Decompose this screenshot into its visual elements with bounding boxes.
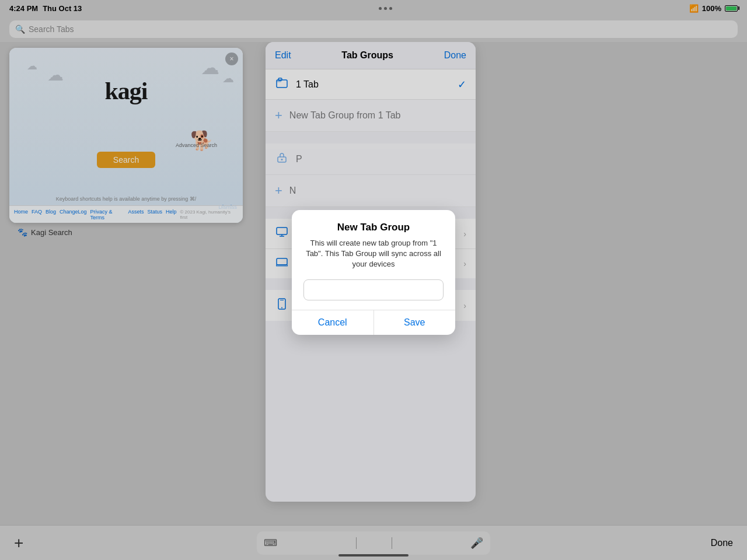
save-button[interactable]: Save (374, 310, 456, 335)
tab-group-name-input[interactable] (303, 279, 444, 300)
new-tab-group-dialog: New Tab Group This will create new tab g… (292, 210, 455, 335)
dialog-body: New Tab Group This will create new tab g… (292, 210, 455, 310)
dialog-actions: Cancel Save (292, 310, 455, 335)
dialog-message: This will create new tab group from "1 T… (303, 238, 444, 270)
cancel-button[interactable]: Cancel (292, 310, 374, 335)
dialog-overlay: New Tab Group This will create new tab g… (0, 0, 747, 560)
dialog-title: New Tab Group (303, 222, 444, 233)
